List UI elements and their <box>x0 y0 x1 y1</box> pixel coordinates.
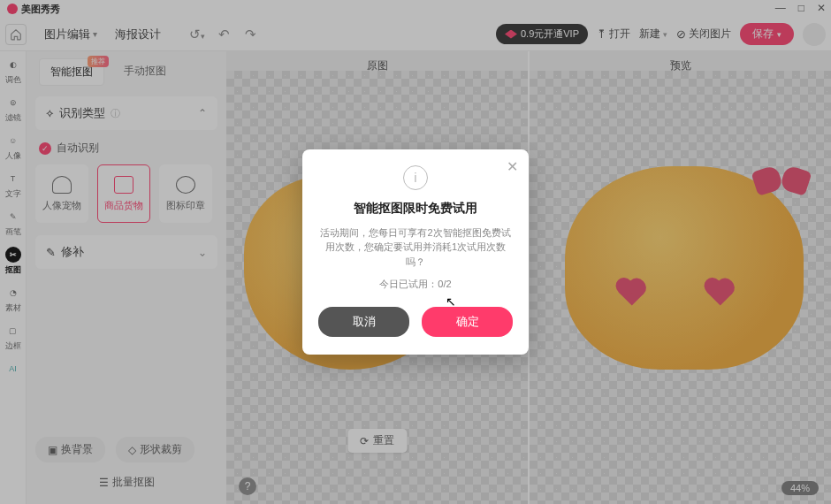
modal-overlay: ✕ i 智能抠图限时免费试用 活动期间，您每日可享有2次智能抠图免费试用次数，您… <box>0 0 831 504</box>
modal-title: 智能抠图限时免费试用 <box>354 201 477 217</box>
modal-ok-button[interactable]: 确定 <box>422 307 513 337</box>
trial-modal: ✕ i 智能抠图限时免费试用 活动期间，您每日可享有2次智能抠图免费试用次数，您… <box>302 149 529 355</box>
modal-count: 今日已试用：0/2 <box>379 278 451 291</box>
info-icon: i <box>403 165 428 190</box>
modal-description: 活动期间，您每日可享有2次智能抠图免费试用次数，您确定要试用并消耗1次试用次数吗… <box>318 225 513 270</box>
modal-cancel-button[interactable]: 取消 <box>318 307 409 337</box>
modal-close-button[interactable]: ✕ <box>507 158 518 175</box>
